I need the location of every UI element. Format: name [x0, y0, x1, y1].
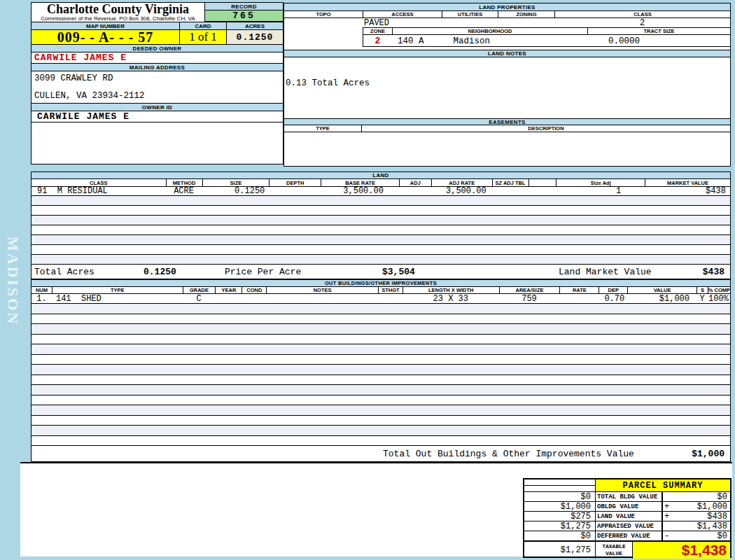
table-cell: $1,000 [627, 294, 696, 304]
land-properties-title: LAND PROPERTIES [284, 4, 730, 11]
deeded-owner-label: DEEDED OWNER [31, 45, 283, 52]
total-acres-value: 0.1250 [144, 267, 176, 277]
zone-values: 2 140 A Madison 0.0000 [363, 35, 730, 47]
land-notes-title: LAND NOTES [284, 50, 730, 57]
empty-row [31, 355, 730, 365]
table-cell: 23 X 33 [402, 294, 499, 304]
column-header: AREA/SIZE [499, 287, 560, 293]
summary-sign: + [663, 502, 672, 511]
land-properties-panel: LAND PROPERTIES TOPO ACCESS UTILITIES ZO… [284, 3, 731, 167]
table-row: 1.141 SHEDC23 X 337590.70$1,000Y100% [31, 294, 730, 304]
land-notes-text: 0.13 Total Acres [286, 78, 370, 88]
table-cell: 1 [556, 186, 645, 196]
outbuildings-table-panel: OUT BUILDINGS/OTHER IMPROVEMENTS NUMTYPE… [31, 279, 731, 462]
commissioner-line: Commissioner of the Revenue, PO Box 308,… [31, 16, 204, 22]
summary-value: $1,438 [663, 522, 730, 531]
table-row: 91 M RESIDUALACRE0.12503,500.003,500.001… [31, 187, 730, 196]
column-header: BASE RATE [321, 179, 399, 186]
column-header: DEPTH [269, 179, 321, 186]
table-cell: 3,500.00 [321, 186, 399, 196]
column-header: % COMP [708, 287, 730, 293]
column-header: S [696, 287, 708, 293]
column-header: NUM [31, 287, 52, 293]
column-header: MARKET VALUE [645, 179, 730, 186]
price-per-acre-value: $3,504 [382, 267, 415, 277]
table-cell: 0.70 [598, 294, 627, 304]
empty-row [31, 426, 730, 436]
tract-size-value: 0.0000 [587, 36, 730, 46]
table-cell: $438 [645, 186, 730, 196]
parcel-summary-row: $1,000OBLDG VALUE+$1,000 [524, 501, 730, 511]
zone-column-label: ZONE [363, 28, 392, 34]
bottom-panel: PARCEL SUMMARY$0TOTAL BLDG VALUE$0$1,000… [20, 462, 732, 556]
land-notes-box: 0.13 Total Acres [284, 57, 730, 118]
easements-title: EASEMENTS [284, 118, 730, 125]
class-value: 2 [554, 18, 730, 27]
neighborhood-code: 140 A [398, 36, 424, 46]
column-header: VALUE [627, 287, 696, 293]
parcel-summary-row: $1,275APPRAISED VALUE$1,438 [524, 521, 730, 531]
summary-label: TOTAL BLDG VALUE [595, 492, 662, 501]
empty-row [31, 314, 730, 325]
summary-value-group: $0 [662, 492, 730, 501]
summary-label: DEFERRED VALUE [595, 531, 662, 540]
column-header: NOTES [266, 287, 378, 293]
price-per-acre-label: Price Per Acre [225, 267, 301, 277]
card-label: CARD [179, 22, 226, 29]
mailing-address-box: 3099 CRAWLEY RD CULLEN, VA 23934-2112 [31, 71, 283, 104]
map-card-acres-header: MAP NUMBER CARD ACRES [31, 22, 283, 30]
prior-value: $1,000 [524, 502, 595, 511]
access-column-label: ACCESS [363, 11, 442, 18]
prior-value: $1,275 [524, 542, 595, 559]
taxable-value-label: TAXABLE VALUE [595, 542, 632, 559]
map-number-value: 009- - A- - - 57 [31, 30, 179, 44]
acres-label: ACRES [226, 22, 283, 29]
topo-column-label: TOPO [284, 11, 363, 18]
spacer-cell [524, 479, 595, 486]
parcel-summary-row: $275LAND VALUE+$438 [524, 511, 730, 521]
outbuildings-total-row: Total Out Buildings & Other Improvements… [31, 446, 730, 461]
county-title-cell: Charlotte County Virginia Commissioner o… [31, 3, 204, 22]
summary-label: APPRAISED VALUE [595, 522, 662, 531]
neighborhood-column-label: NEIGHBORHOOD [392, 28, 587, 34]
summary-label: LAND VALUE [595, 512, 662, 521]
land-market-value-label: Land Market Value [559, 267, 652, 277]
summary-label: OBLDG VALUE [595, 502, 662, 511]
spacer-cell [524, 486, 595, 491]
summary-value: $0 [672, 531, 730, 540]
prior-value: $1,275 [524, 522, 595, 531]
utilities-column-label: UTILITIES [442, 11, 498, 18]
neighborhood-value: 140 A Madison [392, 36, 587, 46]
column-header: DEP [598, 287, 627, 293]
zone-value: 2 [363, 36, 392, 46]
summary-sign: - [663, 531, 672, 540]
zoning-value [498, 18, 554, 27]
column-header: SZ ADJ TBL [492, 179, 528, 186]
table-cell: C [183, 294, 216, 304]
empty-row [31, 245, 730, 255]
empty-row [31, 206, 730, 216]
table-cell: 141 SHED [52, 294, 183, 304]
outbuildings-table-title: OUT BUILDINGS/OTHER IMPROVEMENTS [31, 280, 730, 287]
prior-value: $275 [524, 512, 595, 521]
column-header: RATE [559, 287, 598, 293]
parcel-summary-header: PARCEL SUMMARY [524, 479, 730, 491]
empty-row [31, 416, 730, 426]
summary-value: $0 [663, 492, 730, 501]
column-header: ADJ [399, 179, 431, 186]
column-header: STHGT [378, 287, 402, 293]
parcel-summary-row: $1,275TAXABLE VALUE$1,438 [524, 540, 730, 559]
table-cell: ACRE [166, 186, 202, 196]
column-header: Size Adj [556, 179, 645, 186]
access-value: PAVED [363, 18, 442, 27]
utilities-value [442, 18, 498, 27]
summary-value-group: +$1,000 [662, 502, 730, 511]
easement-type-column-label: TYPE [284, 125, 361, 132]
table-cell: 100% [708, 294, 730, 304]
neighborhood-name: Madison [454, 36, 491, 46]
summary-value-group: $1,438 [662, 522, 730, 531]
land-properties-values: PAVED 2 [284, 18, 730, 27]
summary-sign: + [663, 512, 672, 521]
empty-row [31, 225, 730, 235]
column-header: METHOD [166, 179, 202, 186]
